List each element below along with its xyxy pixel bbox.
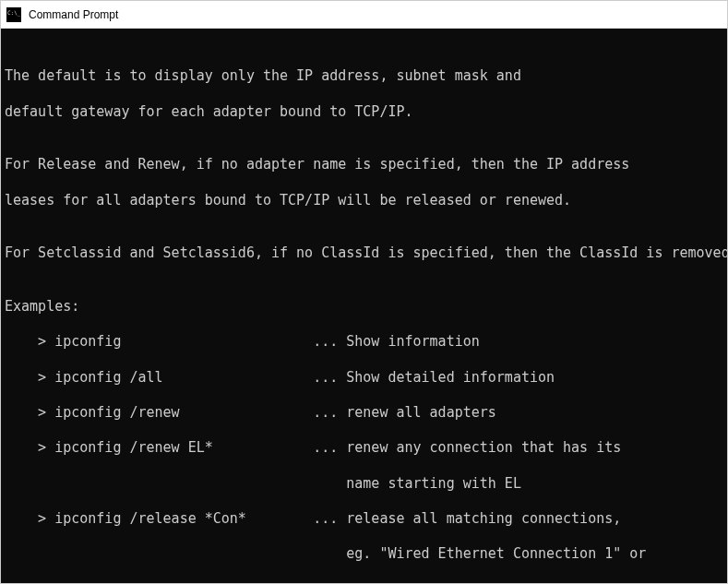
terminal-line: > ipconfig /renew ... renew all adapters [5, 404, 723, 422]
window-title: Command Prompt [29, 8, 118, 21]
terminal-line: name starting with EL [5, 475, 723, 493]
terminal-line: > ipconfig /renew EL* ... renew any conn… [5, 439, 723, 457]
terminal-line: > ipconfig ... Show information [5, 333, 723, 351]
terminal-line: > ipconfig /all ... Show detailed inform… [5, 369, 723, 387]
terminal-line: eg. "Wired Ethernet Connection 1" or [5, 545, 723, 563]
terminal-line: "Wired Ethernet Connection 2" [5, 581, 723, 583]
terminal-line: For Release and Renew, if no adapter nam… [5, 156, 723, 173]
terminal-line: The default is to display only the IP ad… [5, 67, 723, 85]
terminal-line: > ipconfig /release *Con* ... release al… [5, 510, 723, 528]
command-prompt-window: Command Prompt The default is to display… [0, 0, 728, 584]
titlebar[interactable]: Command Prompt [1, 1, 727, 29]
cmd-icon [6, 7, 21, 22]
terminal-line: Examples: [5, 298, 723, 316]
terminal-line: For Setclassid and Setclassid6, if no Cl… [5, 244, 723, 262]
terminal-output[interactable]: The default is to display only the IP ad… [1, 29, 727, 583]
terminal-line: default gateway for each adapter bound t… [5, 103, 723, 121]
terminal-line: leases for all adapters bound to TCP/IP … [5, 192, 723, 209]
